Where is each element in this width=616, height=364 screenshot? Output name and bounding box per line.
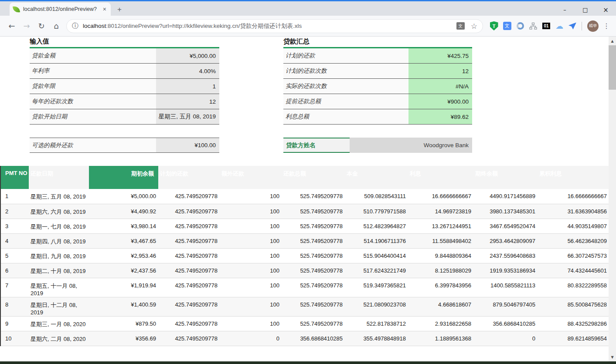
schedule-row: 4星期四, 八月 08, 2019¥3,467.65425.7495209778… bbox=[0, 233, 609, 248]
schedule-cell: 355.4978848918 bbox=[345, 331, 408, 346]
new-tab-button[interactable]: + bbox=[114, 5, 125, 14]
schedule-row: 5星期日, 九月 08, 2019¥2,953.46425.7495209778… bbox=[0, 248, 609, 263]
home-icon[interactable]: ⌂ bbox=[50, 20, 63, 33]
column-header: 还款总额 bbox=[282, 166, 345, 189]
ring-extension-icon[interactable] bbox=[514, 22, 527, 30]
badge-extension-icon[interactable]: 01 bbox=[540, 23, 553, 29]
scroll-up-icon[interactable]: ▲ bbox=[609, 37, 616, 44]
schedule-cell: 89.6214859654 bbox=[538, 331, 609, 346]
schedule-cell: 525.7495209778 bbox=[282, 278, 345, 297]
amortization-header-row: PMT NO还款日期期初余额计划的还款额外还款还款总额本金利息期终余额累积利息 bbox=[0, 166, 609, 189]
section-row: 计划的还款次数12 bbox=[283, 64, 472, 79]
schedule-cell: ¥3,980.14 bbox=[89, 219, 158, 233]
schedule-cell: 4 bbox=[0, 233, 29, 248]
browser-tab[interactable]: localhost:8012/onlinePreview? × bbox=[10, 3, 111, 16]
schedule-cell: 44.9035149807 bbox=[538, 219, 609, 233]
schedule-cell: 88.4325298286 bbox=[538, 316, 609, 331]
schedule-cell: 1400.5855821113 bbox=[473, 278, 538, 297]
schedule-cell: 356.6868410285 bbox=[282, 331, 345, 346]
schedule-row: 3星期一, 七月 08, 2019¥3,980.14425.7495209778… bbox=[0, 219, 609, 233]
schedule-cell: 100 bbox=[220, 189, 282, 204]
schedule-cell: 星期六, 六月 08, 2019 bbox=[29, 204, 89, 219]
profile-avatar[interactable]: 精华 bbox=[587, 20, 599, 32]
schedule-cell: 0 bbox=[473, 331, 538, 346]
section-row: 计划的还款¥425.75 bbox=[283, 48, 472, 64]
bookmark-star-icon[interactable]: ☆ bbox=[471, 22, 477, 30]
translate-page-icon[interactable]: 文 bbox=[456, 22, 465, 30]
schedule-cell: 525.7495209778 bbox=[282, 204, 345, 219]
schedule-cell: ¥2,437.56 bbox=[89, 263, 158, 278]
cloud-extension-icon[interactable]: ☁ bbox=[553, 21, 566, 30]
tab-title: localhost:8012/onlinePreview? bbox=[23, 6, 99, 12]
scrollbar-thumb[interactable] bbox=[609, 45, 616, 90]
row-value: 1 bbox=[156, 79, 219, 94]
address-bar[interactable]: ⓘ localhost:8012/onlinePreview?url=http:… bbox=[66, 19, 483, 33]
schedule-cell: 522.817838712 bbox=[345, 316, 408, 331]
schedule-row: 9星期三, 一月 08, 2020¥879.50425.749520977810… bbox=[0, 316, 609, 331]
schedule-cell: 4.668618607 bbox=[408, 297, 473, 316]
schedule-cell: ¥356.69 bbox=[89, 331, 158, 346]
tab-close-icon[interactable]: × bbox=[102, 6, 107, 13]
lender-value: Woodgrove Bank bbox=[350, 138, 472, 153]
column-header: PMT NO bbox=[0, 166, 29, 189]
column-header: 本金 bbox=[345, 166, 408, 189]
schedule-row: 1星期三, 五月 08, 2019¥5,000.00425.7495209778… bbox=[0, 189, 609, 204]
schedule-cell: 425.7495209778 bbox=[158, 204, 220, 219]
schedule-cell: 星期二, 十月 08, 2019 bbox=[29, 263, 89, 278]
schedule-cell: 星期日, 九月 08, 2019 bbox=[29, 248, 89, 263]
schedule-cell: 515.9046400414 bbox=[345, 248, 408, 263]
scroll-down-icon[interactable]: ▼ bbox=[609, 354, 616, 361]
back-icon[interactable]: ← bbox=[5, 20, 18, 33]
schedule-cell: 10 bbox=[0, 331, 29, 346]
page-info-icon[interactable]: ⓘ bbox=[72, 22, 78, 30]
schedule-cell: 525.7495209778 bbox=[282, 233, 345, 248]
schedule-cell: 6 bbox=[0, 263, 29, 278]
section-row: 提前还款总额¥900.00 bbox=[283, 94, 472, 109]
lender-label: 贷款方姓名 bbox=[283, 138, 350, 153]
url-path: :8012/onlinePreview?url=http://kkfilevie… bbox=[106, 23, 302, 29]
bird-extension-icon[interactable] bbox=[566, 23, 579, 30]
titlebar: localhost:8012/onlinePreview? × + – □ × bbox=[0, 1, 616, 16]
schedule-cell: 6.3997843956 bbox=[408, 278, 473, 297]
schedule-cell: ¥4,490.92 bbox=[89, 204, 158, 219]
schedule-cell: ¥5,000.00 bbox=[89, 189, 158, 204]
row-label: 贷款年限 bbox=[30, 79, 156, 94]
schedule-cell: 9 bbox=[0, 316, 29, 331]
schedule-cell: 14.969723819 bbox=[408, 204, 473, 219]
section-row: 贷款开始日期星期三, 五月 08, 2019 bbox=[30, 109, 219, 125]
url-host: localhost bbox=[83, 23, 106, 29]
sitemap-extension-icon[interactable] bbox=[527, 22, 540, 30]
schedule-cell: 525.7495209778 bbox=[282, 219, 345, 233]
schedule-cell: 5 bbox=[0, 248, 29, 263]
reload-icon[interactable]: ↻ bbox=[35, 20, 48, 33]
shield-icon: T bbox=[490, 21, 498, 30]
schedule-cell: 512.4823964827 bbox=[345, 219, 408, 233]
forward-icon[interactable]: → bbox=[20, 20, 33, 33]
column-header: 额外还款 bbox=[220, 166, 282, 189]
minimize-button[interactable]: – bbox=[555, 3, 575, 17]
schedule-cell: 100 bbox=[220, 297, 282, 316]
shield-extension-icon[interactable]: T bbox=[487, 21, 500, 30]
schedule-cell: ¥2,953.46 bbox=[89, 248, 158, 263]
schedule-cell: 525.7495209778 bbox=[282, 189, 345, 204]
browser-menu-icon[interactable]: ⋮ bbox=[601, 22, 612, 30]
sitemap-icon bbox=[529, 22, 537, 30]
column-header: 期终余额 bbox=[473, 166, 538, 189]
badge-01-icon: 01 bbox=[542, 23, 550, 29]
row-value: ¥425.75 bbox=[408, 48, 472, 63]
row-value: ¥900.00 bbox=[408, 94, 472, 109]
extensions-area: T 文 01 ☁ 精华 ⋮ bbox=[487, 20, 612, 32]
maximize-button[interactable]: □ bbox=[575, 3, 596, 17]
translate-extension-icon[interactable]: 文 bbox=[500, 22, 514, 30]
close-window-button[interactable]: × bbox=[596, 3, 616, 17]
row-value: 12 bbox=[156, 94, 219, 109]
row-label: 利息总额 bbox=[283, 109, 408, 124]
section-row: 贷款金额¥5,000.00 bbox=[30, 48, 219, 64]
row-value: #N/A bbox=[408, 79, 472, 94]
vertical-scrollbar[interactable]: ▲ ▼ bbox=[609, 37, 616, 361]
row-label: 每年的还款次数 bbox=[30, 94, 156, 109]
row-label: 计划的还款次数 bbox=[283, 64, 408, 78]
url-text[interactable]: localhost:8012/onlinePreview?url=http://… bbox=[83, 22, 453, 30]
schedule-cell: 425.7495209778 bbox=[158, 316, 220, 331]
schedule-cell: 74.4324445601 bbox=[538, 263, 609, 278]
